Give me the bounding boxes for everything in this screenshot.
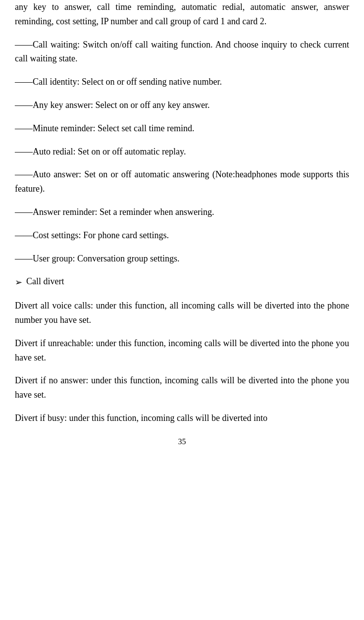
paragraph-7-prefix: ——	[15, 169, 33, 179]
arrow-icon: ➢	[15, 275, 22, 290]
paragraph-1: any key to answer, call time reminding, …	[15, 0, 349, 29]
page-container: any key to answer, call time reminding, …	[0, 0, 364, 620]
paragraph-14-text: Divert if no answer: under this function…	[15, 375, 349, 400]
paragraph-7-text: Auto answer: Set on or off automatic ans…	[15, 169, 349, 194]
paragraph-15: Divert if busy: under this function, inc…	[15, 411, 349, 425]
paragraph-6-prefix: ——	[15, 147, 33, 156]
paragraph-11: ➢ Call divert	[15, 274, 349, 290]
paragraph-4-text: Any key answer: Select on or off any key…	[33, 100, 210, 110]
paragraph-13: Divert if unreachable: under this functi…	[15, 336, 349, 365]
paragraph-5: ——Minute reminder: Select set call time …	[15, 121, 349, 136]
paragraph-9: ——Cost settings: For phone card settings…	[15, 228, 349, 243]
paragraph-1-text: any key to answer, call time reminding, …	[15, 2, 349, 26]
paragraph-4-prefix: ——	[15, 100, 33, 110]
paragraph-2-prefix: ——	[15, 40, 33, 50]
paragraph-3-prefix: ——	[15, 77, 33, 87]
paragraph-13-text: Divert if unreachable: under this functi…	[15, 338, 349, 362]
paragraph-8-prefix: ——	[15, 207, 33, 217]
paragraph-8-text: Answer reminder: Set a reminder when ans…	[33, 207, 214, 217]
paragraph-12-text: Divert all voice calls: under this funct…	[15, 301, 349, 325]
page-number: 35	[15, 435, 349, 448]
paragraph-15-text: Divert if busy: under this function, inc…	[15, 413, 267, 423]
paragraph-5-text: Minute reminder: Select set call time re…	[33, 123, 194, 133]
paragraph-10-prefix: ——	[15, 254, 33, 263]
paragraph-12: Divert all voice calls: under this funct…	[15, 299, 349, 327]
paragraph-10-text: User group: Conversation group settings.	[33, 254, 179, 263]
paragraph-5-prefix: ——	[15, 123, 33, 133]
paragraph-8: ——Answer reminder: Set a reminder when a…	[15, 205, 349, 219]
paragraph-9-text: Cost settings: For phone card settings.	[33, 230, 169, 240]
paragraph-14: Divert if no answer: under this function…	[15, 373, 349, 402]
paragraph-3-text: Call identity: Select on or off sending …	[33, 77, 222, 87]
paragraph-6: ——Auto redial: Set on or off automatic r…	[15, 145, 349, 159]
paragraph-3: ——Call identity: Select on or off sendin…	[15, 75, 349, 89]
paragraph-10: ——User group: Conversation group setting…	[15, 252, 349, 266]
paragraph-2-text: Call waiting: Switch on/off call waiting…	[15, 40, 349, 64]
page-number-text: 35	[178, 437, 186, 446]
paragraph-6-text: Auto redial: Set on or off automatic rep…	[33, 147, 186, 156]
paragraph-2: ——Call waiting: Switch on/off call waiti…	[15, 38, 349, 66]
paragraph-4: ——Any key answer: Select on or off any k…	[15, 98, 349, 112]
paragraph-9-prefix: ——	[15, 230, 33, 240]
paragraph-7: ——Auto answer: Set on or off automatic a…	[15, 167, 349, 196]
paragraph-11-text: Call divert	[26, 274, 64, 289]
